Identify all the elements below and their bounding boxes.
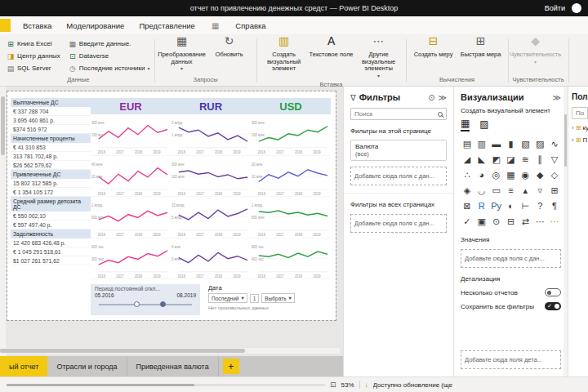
- multiple-reports-toggle[interactable]: [545, 288, 561, 296]
- filters-drop-area-page[interactable]: Добавьте сюда поля с дан...: [350, 167, 447, 185]
- clustered-bar-chart-icon[interactable]: ▬: [490, 136, 503, 151]
- external-tools-icon[interactable]: ▦: [204, 16, 226, 34]
- filters-search-input[interactable]: [354, 110, 435, 118]
- sparkline-eur-chart[interactable]: 40 млн20 млн2016201720182019: [91, 156, 171, 198]
- table-visual-icon[interactable]: ⊞: [548, 183, 561, 198]
- date-value-input[interactable]: 1: [250, 294, 260, 303]
- azure-map-icon[interactable]: ◈: [461, 183, 474, 198]
- field-item[interactable]: ›⊞П: [572, 136, 588, 144]
- decomposition-tree-icon[interactable]: ⊢: [519, 198, 532, 213]
- sensitivity-button[interactable]: ◆Чувствительность▾: [513, 36, 559, 65]
- sparkline-usd-chart[interactable]: 1 млрд500 млн2016201720182019: [251, 197, 331, 238]
- 100-stacked-column-chart-icon[interactable]: ▨: [533, 136, 546, 151]
- values-drop-area[interactable]: Добавьте сюда поля с дан...: [461, 249, 561, 268]
- collapse-pane-icon[interactable]: ≫: [553, 93, 561, 102]
- slicer-icon[interactable]: ▿: [533, 183, 546, 198]
- card-icon[interactable]: ▭: [490, 183, 503, 198]
- smart-narrative-icon[interactable]: ¶: [548, 198, 561, 213]
- stacked-bar-chart-icon[interactable]: ▤: [461, 136, 474, 151]
- metrics-visual-icon[interactable]: ✓: [461, 214, 474, 229]
- recent-sources-button[interactable]: ◷Последние источники▾: [69, 65, 150, 73]
- fit-to-page-icon[interactable]: ⊡: [330, 381, 336, 389]
- format-visual-tab-icon[interactable]: ▨: [479, 118, 488, 131]
- period-slider-handle-start[interactable]: [134, 301, 140, 307]
- date-unit-dropdown[interactable]: Выбрать ▾: [261, 293, 294, 303]
- account-avatar[interactable]: [572, 3, 581, 13]
- page-tab-1[interactable]: ый отчет: [0, 356, 47, 376]
- map-icon[interactable]: ◉: [519, 167, 532, 182]
- stacked-area-chart-icon[interactable]: ◣: [475, 152, 488, 167]
- dataverse-button[interactable]: ⊡Dataverse: [69, 52, 150, 60]
- clustered-column-chart-icon[interactable]: ▮: [505, 136, 518, 151]
- update-available-icon[interactable]: ↓: [365, 381, 368, 389]
- more-visuals-button[interactable]: ⋯Другие визуальные элементы▾: [356, 36, 402, 79]
- key-influencers-icon[interactable]: ◐: [505, 198, 518, 213]
- excel-workbook-button[interactable]: ⊞Книга Excel: [7, 40, 60, 48]
- date-slicer[interactable]: Дата Последний ▾ 1 Выбрать ▾: [208, 284, 331, 317]
- filters-drop-area-all-pages[interactable]: Добавьте сюда поля с дан...: [350, 214, 447, 233]
- page-tab-2[interactable]: Отрасли и города: [47, 356, 127, 376]
- shape-map-icon[interactable]: ◇: [548, 167, 561, 182]
- gauge-icon[interactable]: ◡: [475, 183, 488, 198]
- sparkline-usd-chart[interactable]: 300 млн100 млн2016201720182019: [251, 114, 331, 156]
- power-apps-icon[interactable]: ⊟: [505, 214, 518, 229]
- metrics-table[interactable]: Выплаченные ДС€ 337 288 7043 695 460 861…: [11, 98, 91, 265]
- sparkline-eur-chart[interactable]: 300 млн150 млн2016201720182019: [91, 114, 171, 156]
- more-visuals-icon[interactable]: ⋯: [533, 214, 546, 229]
- filter-card-currency[interactable]: Валюта (все): [350, 140, 447, 161]
- field-item[interactable]: ›⊞ку: [572, 124, 588, 131]
- page-tab-3[interactable]: Приведенная валюта: [127, 356, 219, 376]
- date-mode-dropdown[interactable]: Последний ▾: [208, 293, 247, 303]
- quick-measure-button[interactable]: ⊞Быстрая мера: [458, 36, 504, 59]
- get-more-visuals-icon[interactable]: ⋯: [548, 214, 561, 229]
- line-and-stacked-column-chart-icon[interactable]: ◩: [490, 152, 503, 167]
- refresh-button[interactable]: ↻Обновить: [207, 36, 252, 73]
- file-menu-button[interactable]: [0, 19, 11, 32]
- 100-stacked-bar-chart-icon[interactable]: ▧: [519, 136, 532, 151]
- canvas-horizontal-scrollbar[interactable]: [0, 348, 340, 354]
- update-available-text[interactable]: Доступно обновление (ще: [373, 381, 452, 389]
- line-and-clustered-column-chart-icon[interactable]: ◪: [505, 152, 518, 167]
- arcgis-map-icon[interactable]: ⊙: [490, 214, 503, 229]
- sql-server-button[interactable]: ▤SQL Server: [7, 65, 60, 73]
- new-measure-button[interactable]: ⊟Создать меру: [411, 36, 457, 59]
- text-box-button[interactable]: AТекстовое поле: [309, 36, 354, 79]
- data-hub-button[interactable]: ◨Центр данных: [7, 52, 60, 60]
- area-chart-icon[interactable]: ◢: [461, 152, 474, 167]
- treemap-icon[interactable]: ▦: [505, 167, 518, 182]
- line-chart-icon[interactable]: ∿: [548, 136, 561, 151]
- paginated-report-icon[interactable]: ▣: [475, 214, 488, 229]
- enter-data-button[interactable]: ▦Введите данные.: [69, 40, 150, 48]
- filled-map-icon[interactable]: ◆: [533, 167, 546, 182]
- multi-row-card-icon[interactable]: ≡: [505, 183, 518, 198]
- chevron-right-icon[interactable]: ›: [572, 124, 574, 131]
- new-page-button[interactable]: +: [223, 359, 239, 374]
- stacked-column-chart-icon[interactable]: ▥: [475, 136, 488, 151]
- sparkline-eur-chart[interactable]: 1 млрд500 млн2016201720182019: [91, 197, 171, 238]
- fields-search-box[interactable]: [572, 107, 588, 119]
- filters-search-box[interactable]: [350, 108, 447, 120]
- sparkline-usd-chart[interactable]: 20 млн10 млн2016201720182019: [251, 156, 331, 198]
- build-visual-tab-icon[interactable]: ▦: [461, 118, 470, 131]
- fields-search-input[interactable]: [576, 109, 584, 117]
- report-page[interactable]: EURRURUSD Выплаченные ДС€ 337 288 7043 6…: [7, 91, 336, 320]
- funnel-chart-icon[interactable]: ▽: [548, 152, 561, 167]
- ribbon-tab-1[interactable]: Вставка: [16, 16, 59, 34]
- period-slicer[interactable]: Период постоянной откл... 05.2016 08.201…: [91, 284, 200, 315]
- sparkline-eur-chart[interactable]: 600 тыс300 тыс2016201720182019: [91, 238, 171, 280]
- eye-icon[interactable]: ⊙: [428, 93, 434, 102]
- scrollbar-thumb[interactable]: [1, 96, 5, 155]
- scrollbar-thumb[interactable]: [564, 114, 567, 167]
- period-slider-handle-end[interactable]: [160, 301, 166, 307]
- status-scrollbar[interactable]: [7, 384, 325, 386]
- waterfall-chart-icon[interactable]: ∥: [533, 152, 546, 167]
- kpi-icon[interactable]: ▴: [519, 183, 532, 198]
- donut-chart-icon[interactable]: ◎: [490, 167, 503, 182]
- new-visual-button[interactable]: ▥Создать визуальный элемент: [261, 36, 307, 79]
- pie-chart-icon[interactable]: ◕: [475, 167, 488, 182]
- scatter-chart-icon[interactable]: ∴: [461, 167, 474, 182]
- ribbon-tab-2[interactable]: Моделирование: [59, 16, 131, 34]
- power-automate-icon[interactable]: ⇄: [519, 214, 532, 229]
- sparkline-rur-chart[interactable]: 15 млрд5 млрд2016201720182019: [171, 197, 251, 238]
- matrix-visual-icon[interactable]: ⊠: [461, 198, 474, 213]
